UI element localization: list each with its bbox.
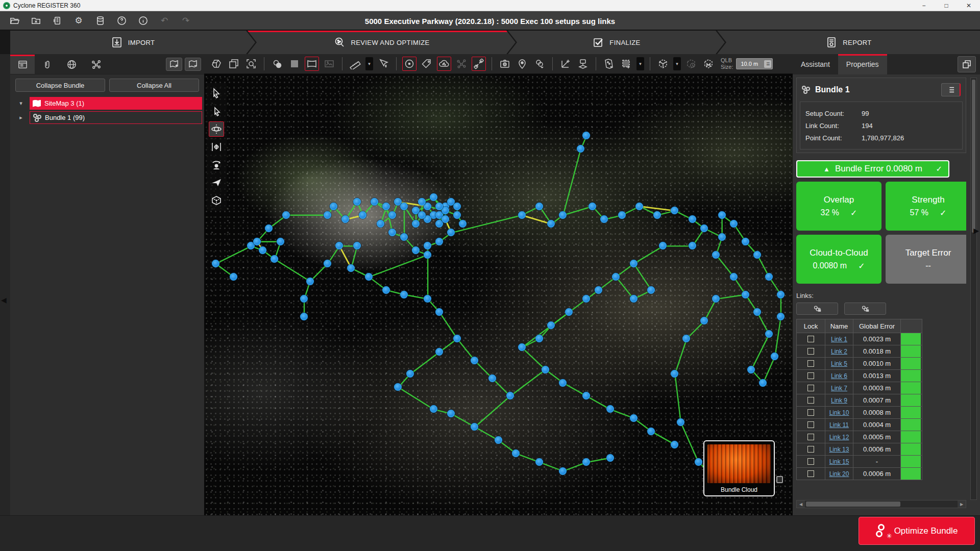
setup-node[interactable] bbox=[394, 383, 402, 391]
split-view-icon[interactable] bbox=[227, 57, 241, 71]
setup-node[interactable] bbox=[700, 224, 708, 232]
setup-node[interactable] bbox=[771, 353, 778, 360]
setup-node[interactable] bbox=[606, 454, 614, 462]
setup-node[interactable] bbox=[435, 238, 443, 245]
lock-checkbox[interactable] bbox=[807, 409, 814, 416]
setup-node[interactable] bbox=[589, 203, 596, 210]
setup-node[interactable] bbox=[306, 278, 314, 285]
scroll-track[interactable] bbox=[805, 500, 958, 508]
pointcloud-canvas[interactable]: Bundle Cloud bbox=[204, 74, 793, 515]
tab-review-and-optimize[interactable]: REVIEW AND OPTIMIZE bbox=[248, 31, 516, 54]
setup-node[interactable] bbox=[559, 467, 567, 475]
labels-visibility-icon[interactable] bbox=[420, 57, 434, 71]
link-name[interactable]: Link 13 bbox=[829, 446, 849, 453]
lock-checkbox[interactable] bbox=[807, 458, 814, 465]
setup-node[interactable] bbox=[671, 207, 678, 214]
setup-node[interactable] bbox=[612, 273, 620, 281]
lock-checkbox[interactable] bbox=[807, 348, 814, 355]
setup-node[interactable] bbox=[582, 458, 590, 466]
graph-visibility-icon[interactable] bbox=[454, 57, 469, 71]
setup-node[interactable] bbox=[282, 211, 290, 219]
setup-node[interactable] bbox=[671, 370, 678, 378]
link-name[interactable]: Link 5 bbox=[831, 360, 847, 367]
maximize-button[interactable]: □ bbox=[935, 0, 958, 11]
lock-checkbox[interactable] bbox=[807, 397, 814, 404]
minimap-detach-icon[interactable] bbox=[776, 476, 783, 483]
expand-right-panel-handle[interactable]: ▶ bbox=[973, 227, 979, 235]
view-3d-icon[interactable] bbox=[209, 57, 224, 71]
link-name[interactable]: Link 7 bbox=[831, 385, 847, 392]
setup-node[interactable] bbox=[653, 211, 661, 219]
orbit-tool-icon[interactable] bbox=[209, 121, 224, 137]
collapse-all-button[interactable]: Collapse All bbox=[109, 79, 199, 92]
setup-node[interactable] bbox=[689, 215, 696, 223]
lock-checkbox[interactable] bbox=[807, 360, 814, 367]
tab-finalize[interactable]: FINALIZE bbox=[508, 31, 725, 54]
setup-node[interactable] bbox=[447, 410, 455, 417]
tab-assistant[interactable]: Assistant bbox=[793, 54, 838, 74]
limit-box-manager-icon[interactable] bbox=[701, 57, 716, 71]
setup-node[interactable] bbox=[435, 348, 443, 356]
screenshot-icon[interactable] bbox=[498, 57, 512, 71]
setup-node[interactable] bbox=[695, 458, 702, 466]
setup-node[interactable] bbox=[712, 251, 720, 259]
undo-icon[interactable]: ↶ bbox=[159, 15, 169, 26]
setup-node[interactable] bbox=[388, 211, 396, 219]
setup-node[interactable] bbox=[559, 379, 567, 387]
horizontal-scrollbar[interactable]: ◀ ▶ bbox=[796, 500, 966, 508]
setup-node[interactable] bbox=[265, 224, 273, 232]
lock-all-links-button[interactable] bbox=[796, 303, 838, 315]
lock-checkbox[interactable] bbox=[807, 336, 814, 342]
setup-node[interactable] bbox=[618, 211, 626, 219]
setup-node[interactable] bbox=[495, 436, 502, 444]
setup-node[interactable] bbox=[400, 291, 408, 298]
setup-node[interactable] bbox=[430, 405, 437, 413]
setup-node[interactable] bbox=[700, 317, 708, 324]
tree-item-sitemap[interactable]: ▾ SiteMap 3 (1) bbox=[12, 97, 202, 110]
tab-import[interactable]: IMPORT bbox=[10, 31, 255, 54]
setup-node[interactable] bbox=[565, 308, 573, 316]
link-name[interactable]: Link 11 bbox=[829, 421, 849, 429]
link-name[interactable]: Link 6 bbox=[831, 372, 847, 380]
setup-node[interactable] bbox=[512, 449, 520, 457]
panel-layout-button[interactable] bbox=[958, 56, 976, 72]
panorama-view-icon[interactable] bbox=[305, 57, 319, 71]
setup-node[interactable] bbox=[777, 313, 785, 320]
setup-node[interactable] bbox=[430, 193, 437, 201]
setup-node[interactable] bbox=[324, 260, 331, 267]
unlock-all-links-button[interactable] bbox=[844, 303, 886, 315]
setup-node[interactable] bbox=[488, 374, 496, 382]
setup-node[interactable] bbox=[324, 211, 331, 219]
setup-node[interactable] bbox=[535, 335, 543, 342]
collapse-bundle-button[interactable]: Collapse Bundle bbox=[15, 79, 105, 92]
setup-node[interactable] bbox=[424, 295, 431, 303]
lock-checkbox[interactable] bbox=[807, 372, 814, 379]
cloud-visibility-icon[interactable] bbox=[437, 57, 451, 71]
bundle-cloud-minimap[interactable]: Bundle Cloud bbox=[703, 440, 775, 496]
scroll-thumb[interactable] bbox=[806, 502, 900, 507]
setup-node[interactable] bbox=[582, 132, 590, 139]
limit-box-dropdown[interactable]: ▼ bbox=[673, 57, 681, 70]
setup-node[interactable] bbox=[406, 370, 414, 378]
setup-node[interactable] bbox=[453, 203, 461, 210]
setup-node[interactable] bbox=[777, 291, 785, 298]
tab-geotags[interactable] bbox=[59, 55, 84, 74]
setup-node[interactable] bbox=[418, 211, 426, 219]
help-icon[interactable] bbox=[116, 15, 127, 26]
setup-node[interactable] bbox=[359, 211, 366, 219]
setup-node[interactable] bbox=[582, 295, 590, 303]
setup-node[interactable] bbox=[253, 238, 261, 245]
link-name[interactable]: Link 15 bbox=[829, 458, 849, 465]
setup-node[interactable] bbox=[765, 273, 773, 281]
setup-node[interactable] bbox=[765, 330, 773, 338]
link-name[interactable]: Link 9 bbox=[831, 397, 847, 404]
setup-node[interactable] bbox=[630, 414, 638, 422]
setup-node[interactable] bbox=[365, 273, 373, 281]
setup-node[interactable] bbox=[400, 233, 408, 241]
setup-node[interactable] bbox=[471, 423, 478, 431]
setup-node[interactable] bbox=[595, 286, 602, 294]
remove-sitemap-button[interactable] bbox=[185, 58, 201, 71]
setup-node[interactable] bbox=[547, 220, 555, 228]
add-coordinate-icon[interactable] bbox=[558, 57, 573, 71]
setup-node[interactable] bbox=[712, 295, 720, 303]
